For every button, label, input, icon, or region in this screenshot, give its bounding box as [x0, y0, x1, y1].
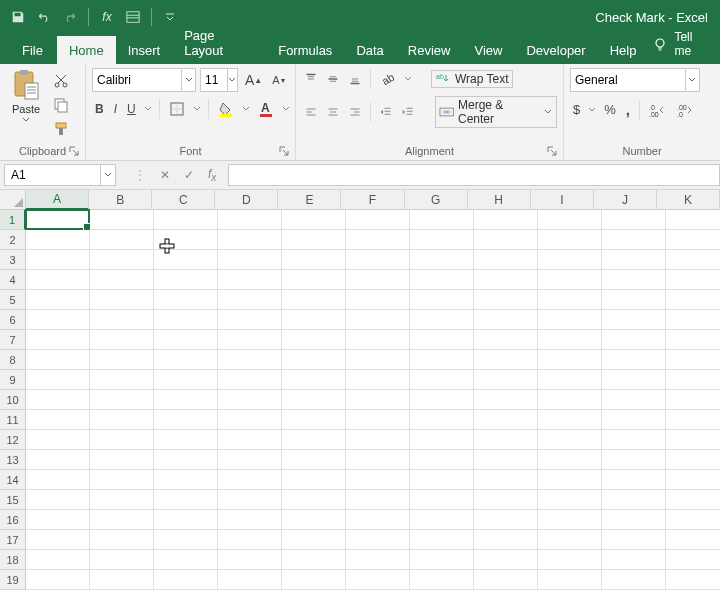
cell[interactable]	[538, 330, 602, 350]
column-header[interactable]: H	[468, 190, 531, 210]
cell[interactable]	[346, 270, 410, 290]
cell[interactable]	[346, 290, 410, 310]
cell[interactable]	[474, 570, 538, 590]
cell[interactable]	[538, 530, 602, 550]
cell[interactable]	[26, 310, 90, 330]
chevron-down-icon[interactable]	[685, 69, 699, 91]
cell[interactable]	[666, 330, 720, 350]
cell[interactable]	[90, 370, 154, 390]
tab-home[interactable]: Home	[57, 36, 116, 64]
column-header[interactable]: A	[26, 190, 89, 210]
chevron-down-icon[interactable]	[227, 69, 237, 91]
cell[interactable]	[474, 430, 538, 450]
cell[interactable]	[602, 330, 666, 350]
cell[interactable]	[666, 490, 720, 510]
row-header[interactable]: 9	[0, 370, 26, 390]
row-header[interactable]: 11	[0, 410, 26, 430]
column-header[interactable]: J	[594, 190, 657, 210]
cell[interactable]	[410, 370, 474, 390]
cell[interactable]	[218, 530, 282, 550]
active-cell[interactable]	[25, 209, 90, 230]
cell[interactable]	[154, 550, 218, 570]
cell[interactable]	[602, 370, 666, 390]
row-header[interactable]: 19	[0, 570, 26, 590]
cell[interactable]	[474, 290, 538, 310]
tab-view[interactable]: View	[462, 36, 514, 64]
cell[interactable]	[666, 350, 720, 370]
cell[interactable]	[26, 330, 90, 350]
cell[interactable]	[666, 410, 720, 430]
cell[interactable]	[218, 570, 282, 590]
cell[interactable]	[346, 530, 410, 550]
merge-center-button[interactable]: Merge & Center	[435, 96, 557, 128]
cell[interactable]	[26, 250, 90, 270]
cell[interactable]	[602, 230, 666, 250]
cell[interactable]	[218, 550, 282, 570]
cell[interactable]	[538, 570, 602, 590]
cell[interactable]	[346, 350, 410, 370]
comma-button[interactable]: ,	[623, 98, 633, 121]
orientation-icon[interactable]: ab	[377, 68, 399, 90]
cell[interactable]	[90, 250, 154, 270]
column-header[interactable]: F	[341, 190, 404, 210]
cell[interactable]	[282, 250, 346, 270]
cell[interactable]	[282, 210, 346, 230]
formula-bar-input[interactable]	[228, 164, 720, 186]
font-size-input[interactable]	[201, 73, 227, 87]
cell[interactable]	[154, 290, 218, 310]
cell[interactable]	[474, 330, 538, 350]
cell[interactable]	[602, 490, 666, 510]
align-center-icon[interactable]	[324, 103, 342, 121]
enter-formula-icon[interactable]: ✓	[184, 168, 194, 182]
cell[interactable]	[602, 290, 666, 310]
cell[interactable]	[154, 370, 218, 390]
increase-decimal-icon[interactable]: .0.00	[646, 100, 670, 120]
align-top-icon[interactable]	[302, 70, 320, 88]
cell[interactable]	[538, 430, 602, 450]
cell[interactable]	[346, 430, 410, 450]
cell[interactable]	[90, 330, 154, 350]
cell[interactable]	[90, 570, 154, 590]
cell[interactable]	[90, 490, 154, 510]
cell[interactable]	[282, 390, 346, 410]
row-header[interactable]: 4	[0, 270, 26, 290]
cell[interactable]	[90, 310, 154, 330]
cell[interactable]	[346, 470, 410, 490]
cell[interactable]	[538, 290, 602, 310]
decrease-decimal-icon[interactable]: .00.0	[674, 100, 698, 120]
cell[interactable]	[666, 270, 720, 290]
cell[interactable]	[218, 490, 282, 510]
cell[interactable]	[602, 430, 666, 450]
cell[interactable]	[346, 490, 410, 510]
cell[interactable]	[90, 270, 154, 290]
cell[interactable]	[410, 570, 474, 590]
tab-file[interactable]: File	[8, 36, 57, 64]
cell[interactable]	[218, 350, 282, 370]
cell[interactable]	[474, 450, 538, 470]
name-box[interactable]	[4, 164, 116, 186]
cell[interactable]	[218, 230, 282, 250]
fx-insert-icon[interactable]: fx	[208, 167, 216, 183]
cell[interactable]	[282, 330, 346, 350]
cell[interactable]	[282, 450, 346, 470]
cell[interactable]	[346, 390, 410, 410]
cell[interactable]	[90, 350, 154, 370]
cell[interactable]	[538, 250, 602, 270]
cell[interactable]	[218, 210, 282, 230]
cell[interactable]	[602, 410, 666, 430]
cell[interactable]	[26, 410, 90, 430]
cell[interactable]	[154, 270, 218, 290]
underline-button[interactable]: U	[124, 99, 139, 119]
row-header[interactable]: 1	[0, 210, 26, 230]
cell[interactable]	[346, 550, 410, 570]
cell[interactable]	[538, 350, 602, 370]
cell[interactable]	[666, 250, 720, 270]
cell[interactable]	[602, 530, 666, 550]
row-header[interactable]: 15	[0, 490, 26, 510]
cell[interactable]	[602, 570, 666, 590]
cell[interactable]	[538, 390, 602, 410]
cell[interactable]	[666, 230, 720, 250]
cell[interactable]	[90, 450, 154, 470]
tab-data[interactable]: Data	[344, 36, 395, 64]
italic-button[interactable]: I	[111, 99, 120, 119]
